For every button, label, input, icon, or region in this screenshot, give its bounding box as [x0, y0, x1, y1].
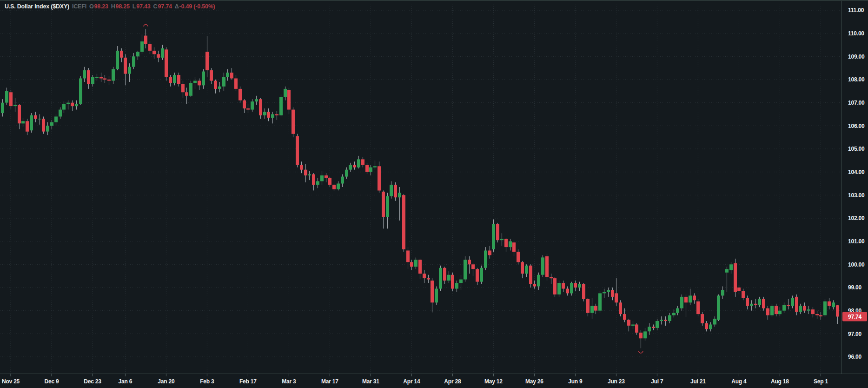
candle — [246, 104, 250, 113]
candle — [799, 304, 802, 314]
candle — [578, 282, 581, 291]
candle — [455, 281, 458, 292]
low-marker-arc — [638, 351, 643, 354]
price-axis-label: 107.00 — [848, 100, 865, 106]
price-axis-label: 109.00 — [848, 54, 865, 60]
low-quote: L97.43 — [133, 3, 151, 10]
candle — [202, 69, 205, 89]
candle — [672, 309, 676, 317]
candle — [152, 47, 156, 59]
candle — [689, 289, 692, 305]
open-label: O — [89, 3, 94, 10]
candle — [451, 273, 454, 291]
close-value: 97.74 — [158, 3, 172, 10]
candle — [284, 87, 287, 100]
candle — [729, 262, 733, 274]
candle — [59, 107, 62, 119]
candle — [26, 119, 29, 135]
candle — [435, 287, 438, 305]
candle — [210, 68, 213, 84]
time-axis-label: Mar 17 — [321, 378, 338, 385]
quote-header: U.S. Dollar Index ($DXY) ICEFI O98.23 H9… — [5, 3, 215, 10]
candle — [54, 114, 58, 126]
candle — [214, 80, 217, 94]
candle — [271, 112, 274, 124]
high-value: 98.25 — [116, 3, 130, 10]
candle — [737, 285, 741, 294]
candle — [468, 256, 471, 274]
time-axis[interactable]: Nov 25Dec 9Dec 23Jan 6Jan 20Feb 3Feb 17M… — [2, 374, 828, 385]
candle — [13, 98, 17, 112]
candle — [365, 163, 369, 174]
candle — [128, 63, 131, 82]
price-axis-label: 106.00 — [848, 123, 865, 129]
candle — [267, 108, 270, 121]
price-axis-label: 97.00 — [848, 331, 862, 337]
price-chart-canvas[interactable]: Nov 25Dec 9Dec 23Jan 6Jan 20Feb 3Feb 17M… — [0, 0, 868, 388]
time-axis-label: Jan 20 — [158, 378, 175, 385]
candle — [116, 46, 119, 70]
candle — [38, 114, 41, 125]
candle — [177, 73, 180, 87]
time-axis-label: Apr 14 — [403, 378, 420, 385]
candle — [369, 165, 372, 175]
candle — [594, 304, 597, 314]
candle — [746, 295, 749, 309]
candle — [754, 299, 757, 308]
price-axis-label: 110.00 — [848, 30, 864, 37]
candle — [476, 268, 479, 285]
time-axis-label: Apr 28 — [444, 378, 461, 385]
candle — [512, 241, 516, 256]
change-quote: Δ-0.49 (-0.50%) — [175, 3, 215, 10]
price-axis-label: 108.00 — [848, 76, 865, 83]
chart-window: Nov 25Dec 9Dec 23Jan 6Jan 20Feb 3Feb 17M… — [0, 0, 868, 388]
candle — [541, 255, 544, 277]
low-value: 97.43 — [136, 3, 150, 10]
candle — [717, 294, 720, 321]
open-quote: O98.23 — [89, 3, 108, 10]
candle — [287, 87, 291, 114]
candle — [398, 187, 401, 221]
candle — [275, 111, 278, 120]
candle — [447, 271, 451, 283]
price-axis[interactable]: 111.00110.00109.00108.00107.00106.00105.… — [842, 7, 867, 360]
candle — [664, 316, 667, 326]
candle — [464, 256, 467, 282]
candle — [386, 193, 389, 228]
candle — [627, 319, 630, 331]
candle — [414, 257, 417, 269]
candle — [87, 68, 90, 89]
candle — [230, 68, 233, 80]
price-axis-label: 96.00 — [848, 354, 862, 360]
candle — [91, 75, 94, 87]
candle — [1, 99, 4, 116]
candle — [30, 113, 33, 133]
price-axis-label: 100.00 — [848, 261, 865, 268]
candle — [136, 51, 139, 60]
candle — [696, 299, 700, 316]
price-axis-label: 111.00 — [848, 7, 864, 13]
price-axis-label: 99.00 — [848, 284, 862, 291]
candle — [259, 98, 262, 119]
time-axis-label: Mar 31 — [362, 378, 379, 385]
close-label: C — [153, 3, 158, 10]
candle — [553, 277, 557, 297]
candle — [140, 34, 144, 54]
candle — [148, 41, 152, 54]
candle — [807, 306, 810, 314]
candle — [603, 289, 606, 298]
candle — [590, 298, 594, 319]
candle — [66, 100, 70, 110]
candle — [611, 288, 614, 300]
candle — [680, 294, 683, 311]
candle — [21, 118, 25, 127]
candle — [787, 299, 790, 309]
candle — [676, 306, 679, 315]
candle — [312, 173, 315, 190]
candle — [161, 45, 164, 60]
candle — [337, 181, 340, 191]
high-label: H — [111, 3, 115, 10]
candle — [509, 239, 512, 251]
candle — [165, 47, 168, 81]
candle — [234, 75, 238, 91]
